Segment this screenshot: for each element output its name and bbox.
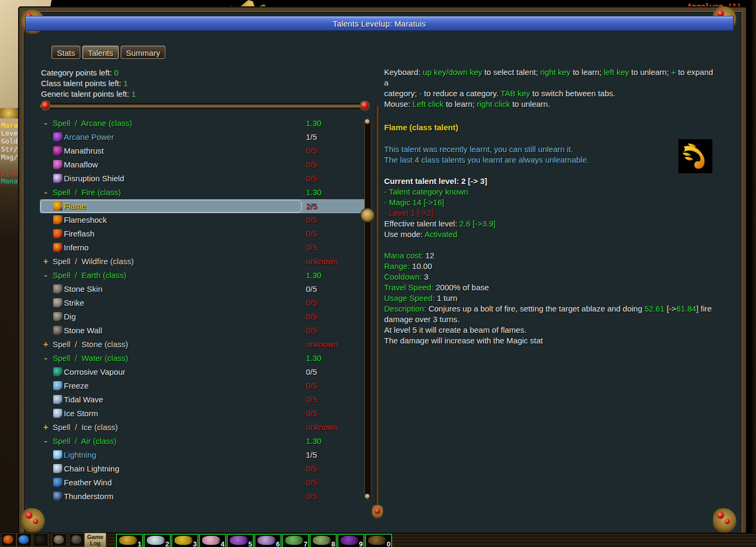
strike-icon [53, 298, 62, 307]
talent-label: Inferno [64, 241, 89, 255]
talent-label: Ice Storm [64, 407, 98, 420]
talent-label: Thunderstorm [64, 490, 113, 503]
inferno-icon [53, 243, 62, 252]
talent-row[interactable]: Chain Lightning0/5 [40, 462, 366, 476]
collapse-toggle-icon[interactable]: - [41, 434, 51, 448]
text-segment: 52.61 [644, 304, 664, 313]
tab-summary[interactable]: Summary [121, 46, 165, 59]
game-log-button[interactable]: Game Log [84, 533, 106, 547]
category-row[interactable]: -Spell / Air (class)1.30 [40, 434, 366, 448]
scrollbar-handle[interactable] [361, 208, 375, 222]
collapse-toggle-icon[interactable]: - [41, 186, 51, 199]
game-screen: Angolwen (1) MaratLevelGold:Str/DeMag/W:… [0, 0, 756, 547]
points-line: Category points left: 0 [41, 68, 136, 78]
talent-row[interactable]: Tidal Wave0/5 [40, 393, 366, 407]
talent-level-value: 0/5 [306, 393, 317, 407]
talent-level-value: 1/5 [306, 130, 317, 144]
panel-divider [376, 106, 379, 506]
text-segment: 1 [131, 89, 136, 98]
creature-button[interactable] [52, 533, 67, 547]
character-button-icon [19, 535, 29, 544]
category-row[interactable]: +Spell / Stone (class)unknown [40, 338, 366, 351]
hotbar-slot-2[interactable]: 2 [144, 534, 171, 547]
list-header-ruler [40, 103, 366, 109]
expand-toggle-icon[interactable]: + [41, 255, 51, 268]
text-segment: 2.6 [->3.9] [459, 219, 495, 228]
character-button[interactable] [16, 533, 32, 547]
expand-toggle-icon[interactable]: + [41, 420, 51, 434]
talent-row[interactable]: Disruption Shield0/5 [40, 172, 366, 186]
category-row[interactable]: -Spell / Water (class)1.30 [40, 351, 366, 365]
talent-row[interactable]: Dig0/5 [40, 310, 366, 324]
hotbar-slot-0[interactable]: 0 [365, 534, 392, 547]
talent-level-value: 0/5 [306, 324, 317, 338]
hotbar-slot-5[interactable]: 5 [227, 534, 254, 547]
hotbar-slot-8[interactable]: 8 [310, 534, 337, 547]
hotbar-slot-7[interactable]: 7 [282, 534, 309, 547]
talent-row[interactable]: Freeze0/5 [40, 379, 366, 393]
talent-row[interactable]: Inferno0/5 [40, 241, 366, 255]
scrollbar-cap-icon [365, 494, 370, 499]
talent-row[interactable]: Ice Storm0/5 [40, 407, 366, 420]
category-row[interactable]: +Spell / Ice (class)unknown [40, 420, 366, 434]
talent-label: Stone Wall [64, 324, 102, 338]
category-row[interactable]: +Spell / Wildfire (class)unknown [40, 255, 366, 268]
options-button-icon [71, 535, 81, 544]
hotbar-slot-9[interactable]: 9 [337, 534, 364, 547]
talent-row[interactable]: Stone Wall0/5 [40, 324, 366, 338]
burning-flame-button[interactable] [1, 533, 16, 547]
help-line: Mouse: Left click to learn; right click … [384, 99, 716, 110]
expand-toggle-icon[interactable]: + [41, 338, 51, 351]
text-segment: right key [541, 68, 571, 77]
talent-row[interactable]: Feather Wind0/5 [40, 476, 366, 490]
hotbar-slot-5-icon [230, 536, 248, 545]
collapse-toggle-icon[interactable]: - [41, 351, 51, 365]
hotbar-slot-3[interactable]: 3 [171, 534, 198, 547]
collapse-toggle-icon[interactable]: - [41, 116, 51, 130]
category-row[interactable]: -Spell / Earth (class)1.30 [40, 268, 366, 282]
detail-line: - Level 1 [->2] [384, 208, 716, 218]
fireflash-icon [53, 229, 62, 238]
tab-stats[interactable]: Stats [52, 46, 80, 59]
talent-row[interactable]: Thunderstorm0/5 [40, 490, 366, 503]
tab-talents[interactable]: Talents [82, 46, 119, 59]
talent-label: Manathrust [64, 144, 104, 158]
hotbar-slot-9-icon [340, 536, 359, 545]
text-segment: 12 [426, 251, 435, 260]
category-row[interactable]: -Spell / Fire (class)1.30 [40, 186, 366, 199]
empty-slot[interactable] [33, 533, 48, 547]
talent-row[interactable]: Fireflash0/5 [40, 227, 366, 241]
talent-list-scrollbar[interactable] [364, 118, 371, 500]
help-line: Keyboard: up key/down key to select tale… [384, 67, 716, 88]
talent-level-value: 2/5 [306, 199, 317, 213]
hotbar-slot-1[interactable]: 1 [116, 534, 143, 547]
options-button[interactable] [69, 533, 85, 547]
talent-row[interactable]: Manathrust0/5 [40, 144, 366, 158]
talent-row[interactable]: Flameshock0/5 [40, 213, 366, 227]
hotbar-key-label: 7 [304, 540, 308, 547]
talent-row[interactable]: Lightning1/5 [40, 448, 366, 462]
hotbar-slot-4-icon [202, 536, 220, 545]
collapse-toggle-icon[interactable]: - [41, 268, 51, 282]
category-label: Spell / Fire (class) [53, 186, 121, 199]
hotbar-key-label: 0 [387, 540, 391, 547]
talent-label: Fireflash [64, 227, 95, 241]
talent-row[interactable]: Manaflow0/5 [40, 158, 366, 172]
talent-row[interactable]: Flame2/5 [40, 199, 366, 213]
hotbar-slot-4[interactable]: 4 [199, 534, 226, 547]
category-row[interactable]: -Spell / Arcane (class)1.30 [40, 116, 366, 130]
scrollbar-cap-icon [365, 119, 370, 124]
talent-row[interactable]: Strike0/5 [40, 296, 366, 310]
text-segment: 10.00 [412, 262, 433, 271]
hotbar-slot-7-icon [285, 536, 303, 545]
talent-level-value: 0/5 [306, 213, 317, 227]
text-segment: Usage Speed: [384, 293, 437, 302]
hotbar-slot-6[interactable]: 6 [254, 534, 281, 547]
talent-level-value: 1.30 [306, 351, 321, 365]
talent-row[interactable]: Stone Skin0/5 [40, 282, 366, 296]
category-label: Spell / Arcane (class) [53, 116, 132, 130]
talent-row[interactable]: Corrosive Vapour0/5 [40, 365, 366, 379]
talent-row[interactable]: Arcane Power1/5 [40, 130, 366, 144]
detail-line: The damage will increase with the Magic … [384, 335, 716, 346]
text-segment: TAB key [501, 89, 530, 98]
